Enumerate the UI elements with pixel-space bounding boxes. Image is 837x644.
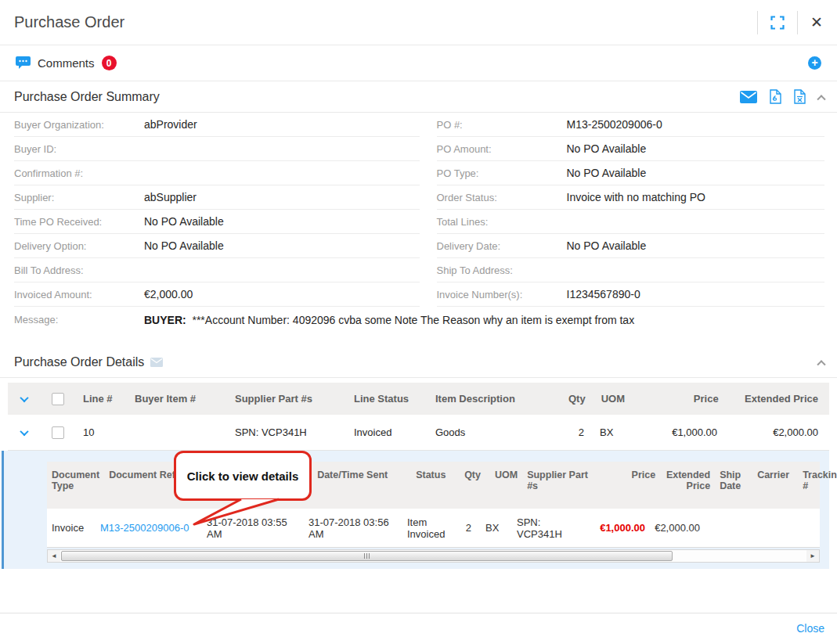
subtable-row: Invoice M13-2500209006-0 31-07-2018 03:5… (47, 509, 820, 548)
scroll-left-arrow[interactable]: ◄ (48, 550, 60, 562)
po-details-table: Line # Buyer Item # Supplier Part #s Lin… (8, 383, 829, 451)
col-header-extended-price: Extended Price (727, 393, 829, 405)
comments-bar: Comments 0 + (0, 45, 837, 81)
subcol-status: Status (411, 470, 460, 480)
col-header-line: Line # (75, 393, 127, 405)
email-details-icon[interactable] (150, 358, 163, 367)
col-header-item-description: Item Description (428, 393, 561, 405)
divider (757, 11, 758, 34)
message-prefix: BUYER: (144, 314, 186, 326)
field-value: No PO Available (567, 167, 647, 179)
details-title: Purchase Order Details (14, 355, 144, 369)
subcell-extended-price: €2,000.00 (650, 522, 705, 534)
expanded-row-zone: Document Type Document Ref Date/Time Sen… (2, 451, 829, 569)
field-label: Delivery Date: (437, 240, 567, 252)
summary-row: PO Type:No PO Available (437, 161, 825, 185)
subcell-uom: BX (476, 522, 512, 534)
summary-row: Time PO Received:No PO Available (14, 210, 420, 234)
field-value: No PO Available (144, 215, 224, 228)
summary-row: Ship To Address: (437, 258, 825, 282)
summary-row: Bill To Address: (14, 258, 420, 282)
subcell-status: Item Invoiced (402, 516, 451, 540)
comments-count-badge: 0 (102, 56, 117, 70)
modal-header: Purchase Order ✕ (0, 0, 837, 45)
subcol-extended-price: Extended Price (660, 470, 715, 491)
subcol-price: Price (601, 470, 660, 480)
close-icon[interactable]: ✕ (807, 12, 826, 33)
field-label: Buyer Organization: (14, 119, 144, 131)
field-label: Total Lines: (437, 216, 567, 228)
field-value: €2,000.00 (144, 288, 193, 300)
summary-row: Order Status:Invoice with no matching PO (437, 185, 825, 210)
scrollbar-thumb[interactable] (61, 551, 673, 561)
details-section: Purchase Order Details Line # Buyer Item… (0, 347, 837, 569)
summary-row: Invoiced Amount:€2,000.00 (14, 282, 420, 307)
field-label: Message: (14, 314, 144, 326)
field-label: Bill To Address: (14, 264, 144, 276)
message-value: BUYER: ***Account Number: 4092096 cvba s… (144, 314, 634, 326)
pdf-export-icon[interactable] (770, 89, 781, 104)
subcell-document-type: Invoice (47, 522, 96, 534)
email-icon[interactable] (740, 91, 757, 103)
message-text: ***Account Number: 4092096 cvba some Not… (192, 314, 634, 326)
col-header-line-status: Line Status (346, 393, 428, 405)
modal-footer: Close (0, 613, 837, 642)
subcol-ship-date: Ship Date (715, 470, 752, 491)
excel-export-icon[interactable] (794, 89, 806, 104)
summary-right-column: PO #:M13-2500209006-0 PO Amount:No PO Av… (420, 113, 825, 307)
subcell-supplier-part: SPN: VCP341H (512, 516, 590, 540)
subcol-tracking: Tracking # (798, 470, 837, 491)
summary-title: Purchase Order Summary (14, 90, 160, 104)
comments-toggle[interactable]: Comments 0 (16, 56, 117, 70)
horizontal-scrollbar[interactable]: ◄ ► (47, 549, 820, 563)
collapse-summary-chevron-icon[interactable] (817, 95, 825, 103)
document-ref-link[interactable]: M13-2500209006-0 (100, 522, 189, 534)
select-all-checkbox[interactable] (52, 393, 64, 405)
subcell-date-time-sent: 31-07-2018 03:56 AM (304, 516, 402, 540)
annotation-text: Click to view details (187, 470, 299, 483)
subcol-date-time-sent: Date/Time Sent (312, 470, 411, 480)
scrollbar-grip-icon (364, 553, 370, 559)
cell-uom: BX (592, 426, 637, 438)
field-value: M13-2500209006-0 (567, 118, 662, 131)
field-label: PO Amount: (437, 143, 567, 155)
field-label: Supplier: (14, 192, 144, 203)
add-comment-button[interactable]: + (808, 56, 821, 70)
field-label: PO #: (437, 119, 567, 131)
comments-label: Comments (38, 56, 95, 70)
subcol-uom: UOM (485, 470, 522, 480)
page-title: Purchase Order (14, 13, 124, 31)
summary-row: Invoice Number(s):I1234567890-0 (437, 282, 825, 307)
row-expander-chevron-icon[interactable] (20, 426, 28, 435)
divider (797, 11, 798, 34)
row-checkbox[interactable] (52, 426, 64, 439)
expand-icon[interactable] (767, 13, 788, 33)
summary-row: PO #:M13-2500209006-0 (437, 113, 825, 137)
field-label: Invoice Number(s): (437, 289, 567, 300)
summary-row: Supplier:abSupplier (14, 185, 420, 210)
field-label: Delivery Option: (14, 240, 144, 252)
expand-all-chevron-icon[interactable] (20, 393, 28, 401)
cell-supplier-part: SPN: VCP341H (227, 426, 346, 438)
table-row: 10 SPN: VCP341H Invoiced Goods 2 BX €1,0… (8, 415, 829, 451)
message-row: Message: BUYER: ***Account Number: 40920… (0, 307, 837, 333)
field-value: No PO Available (567, 239, 647, 252)
subcol-qty: Qty (460, 470, 485, 480)
collapse-details-chevron-icon[interactable] (817, 360, 825, 369)
scrollbar-track[interactable] (60, 550, 806, 562)
close-link[interactable]: Close (796, 622, 824, 635)
field-label: Invoiced Amount: (14, 289, 144, 300)
field-value: No PO Available (144, 239, 224, 252)
field-label: Order Status: (437, 192, 567, 203)
summary-row: Buyer ID: (14, 137, 420, 161)
field-label: Ship To Address: (437, 264, 567, 276)
col-header-uom: UOM (593, 393, 639, 405)
cell-line-status: Invoiced (346, 426, 428, 438)
summary-row: Total Lines: (437, 210, 825, 234)
field-label: Confirmation #: (14, 167, 144, 179)
subtable-header-row: Document Type Document Ref Date/Time Sen… (47, 462, 820, 509)
scroll-right-arrow[interactable]: ► (806, 550, 819, 562)
cell-price: €1,000.00 (637, 426, 725, 438)
field-label: Buyer ID: (14, 143, 144, 155)
subcol-carrier: Carrier (752, 470, 798, 480)
